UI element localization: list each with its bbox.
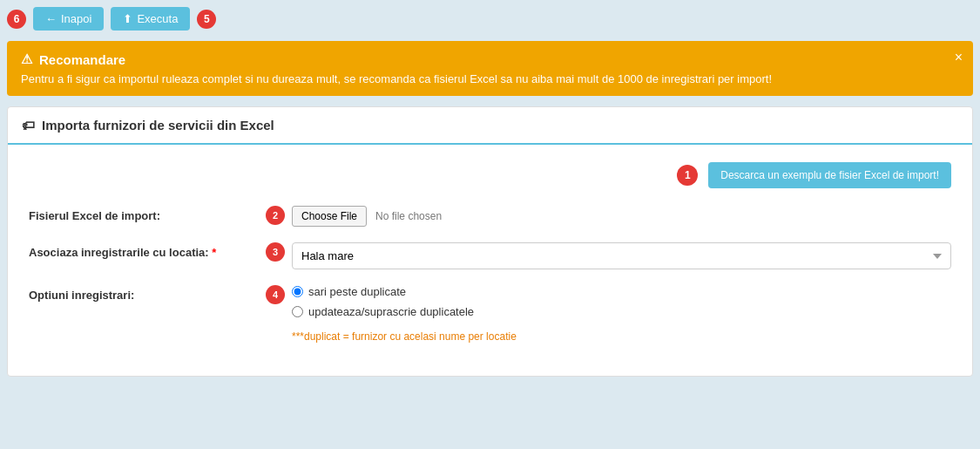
- radio-sari-input[interactable]: [292, 286, 303, 297]
- executa-button[interactable]: ⬆ Executa: [111, 7, 190, 31]
- top-bar: 6 ← Inapoi ⬆ Executa 5: [7, 7, 973, 31]
- tag-icon: 🏷: [22, 118, 35, 133]
- radio-update-text: updateaza/suprascrie duplicatele: [308, 305, 474, 318]
- asociaza-label: Asociaza inregistrarile cu locatia: *: [29, 242, 255, 259]
- card-title: Importa furnizori de servicii din Excel: [42, 118, 274, 133]
- fisier-label: Fisierul Excel de import:: [29, 206, 255, 222]
- upload-icon: ⬆: [123, 12, 132, 25]
- optiuni-label: Optiuni inregistrari:: [29, 285, 255, 302]
- warning-icon: ⚠: [21, 51, 32, 67]
- optiuni-form-group: Optiuni inregistrari: 4 sari peste dupli…: [29, 285, 951, 343]
- badge-1: 1: [677, 165, 698, 186]
- optiuni-input-row: 4 sari peste duplicate updateaza/suprasc…: [266, 285, 517, 343]
- radio-update-label[interactable]: updateaza/suprascrie duplicatele: [292, 305, 517, 318]
- download-row: 1 Descarca un exemplu de fisier Excel de…: [29, 162, 951, 188]
- required-mark: *: [212, 246, 216, 259]
- badge-2: 2: [266, 206, 285, 225]
- card-header: 🏷 Importa furnizori de servicii din Exce…: [8, 107, 972, 145]
- alert-message: Pentru a fi sigur ca importul ruleaza co…: [21, 72, 959, 85]
- fisier-form-group: Fisierul Excel de import: 2 Choose File …: [29, 206, 951, 227]
- back-button[interactable]: ← Inapoi: [33, 7, 104, 31]
- radio-sari-text: sari peste duplicate: [308, 285, 406, 298]
- alert-warning: ⚠ Recomandare Pentru a fi sigur ca impor…: [7, 41, 973, 96]
- badge-4: 4: [266, 285, 285, 304]
- choose-file-button[interactable]: Choose File: [292, 206, 367, 227]
- badge-executa-number: 5: [197, 10, 216, 29]
- download-excel-button[interactable]: Descarca un exemplu de fisier Excel de i…: [708, 162, 951, 188]
- no-file-text: No file chosen: [375, 210, 442, 222]
- fisier-input-row: 2 Choose File No file chosen: [266, 206, 442, 227]
- asociaza-input-row: 3 Hala mare: [266, 242, 951, 269]
- alert-close-button[interactable]: ×: [955, 50, 963, 65]
- file-input-label[interactable]: Choose File: [292, 206, 367, 227]
- main-card: 🏷 Importa furnizori de servicii din Exce…: [7, 106, 973, 377]
- radio-sari-label[interactable]: sari peste duplicate: [292, 285, 517, 298]
- badge-3: 3: [266, 242, 285, 262]
- radio-update-input[interactable]: [292, 306, 303, 317]
- card-body: 1 Descarca un exemplu de fisier Excel de…: [8, 145, 972, 376]
- asociaza-form-group: Asociaza inregistrarile cu locatia: * 3 …: [29, 242, 951, 269]
- back-arrow-icon: ←: [45, 12, 57, 25]
- location-select[interactable]: Hala mare: [292, 242, 951, 269]
- alert-title: ⚠ Recomandare: [21, 51, 959, 67]
- radio-group: sari peste duplicate updateaza/suprascri…: [292, 285, 517, 343]
- badge-back-number: 6: [7, 10, 26, 29]
- file-input-area: Choose File No file chosen: [292, 206, 442, 227]
- duplicate-note: ***duplicat = furnizor cu acelasi nume p…: [292, 330, 517, 343]
